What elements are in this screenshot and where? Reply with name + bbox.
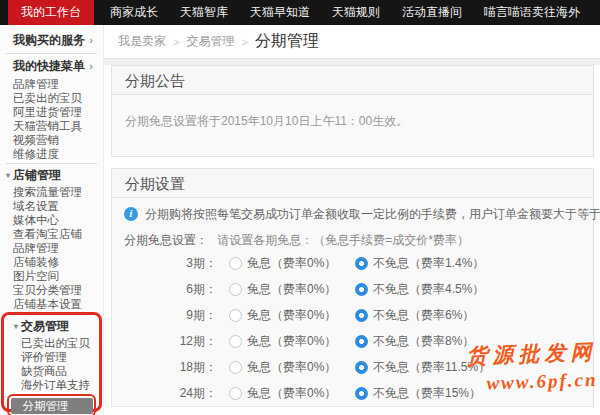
sidebar-section-trade-management[interactable]: ▾交易管理	[4, 317, 99, 336]
radio-option-free-interest[interactable]: 免息（费率0%）	[229, 281, 351, 298]
radio-unselected-icon[interactable]	[229, 309, 242, 322]
settings-notice-text: 分期购将按照每笔交易成功订单金额收取一定比例的手续费，用户订单金额要大于等于60…	[145, 206, 600, 223]
installment-row: 9期： 免息（费率0%） 不免息（费率6%）	[112, 302, 593, 328]
radio-unselected-icon[interactable]	[229, 257, 242, 270]
trade-section-annotation-box: ▾交易管理 已卖出的宝贝 评价管理 缺货商品 海外订单支持 分期管理	[1, 312, 102, 412]
active-item-annotation-box: 分期管理	[7, 394, 96, 415]
radio-option-label: 免息（费率0%）	[247, 385, 336, 402]
radio-unselected-icon[interactable]	[229, 283, 242, 296]
topnav-item[interactable]: 商家成长	[110, 4, 158, 21]
radio-selected-icon[interactable]	[355, 283, 368, 296]
radio-option-label: 免息（费率0%）	[247, 359, 336, 376]
radio-unselected-icon[interactable]	[229, 361, 242, 374]
sidebar-item[interactable]: 阿里进货管理	[0, 105, 103, 119]
topnav-item[interactable]: 天猫早知道	[250, 4, 310, 21]
divider	[6, 53, 97, 54]
radio-unselected-icon[interactable]	[229, 387, 242, 400]
radio-option-free-interest[interactable]: 免息（费率0%）	[229, 333, 351, 350]
topnav-item[interactable]: 天猫智库	[180, 4, 228, 21]
topnav-item[interactable]: 天猫规则	[332, 4, 380, 21]
sidebar-item[interactable]: 品牌管理	[0, 77, 103, 91]
radio-selected-icon[interactable]	[355, 387, 368, 400]
radio-option-free-interest[interactable]: 免息（费率0%）	[229, 255, 351, 272]
topnav-item[interactable]: 喵言喵语	[484, 4, 532, 21]
radio-selected-icon[interactable]	[355, 335, 368, 348]
radio-option-label: 不免息（费率8%）	[373, 333, 474, 350]
sidebar-item[interactable]: 店铺装修	[0, 255, 103, 269]
sidebar-item[interactable]: 图片空间	[0, 269, 103, 283]
sidebar-item-purchased-services[interactable]: 我购买的服务 ›	[0, 30, 103, 51]
radio-option-label: 免息（费率0%）	[247, 307, 336, 324]
breadcrumb-trade-management[interactable]: 交易管理	[186, 33, 234, 50]
period-label: 24期：	[112, 385, 217, 402]
quick-menu-list: 品牌管理 已卖出的宝贝 阿里进货管理 天猫营销工具 视频营销 维修进度	[0, 77, 103, 161]
sidebar-item-installment-management[interactable]: 分期管理	[11, 398, 93, 414]
radio-option-paid-interest[interactable]: 不免息（费率1.4%）	[355, 255, 484, 272]
sidebar-item[interactable]: 宝贝分类管理	[0, 283, 103, 297]
radio-option-label: 免息（费率0%）	[247, 333, 336, 350]
sidebar: 我购买的服务 › 我的快捷菜单 › 品牌管理 已卖出的宝贝 阿里进货管理 天猫营…	[0, 25, 104, 415]
sidebar-item[interactable]: 视频营销	[0, 133, 103, 147]
radio-option-paid-interest[interactable]: 不免息（费率6%）	[355, 307, 474, 324]
divider	[104, 58, 600, 65]
radio-selected-icon[interactable]	[355, 361, 368, 374]
sidebar-item[interactable]: 查看淘宝店铺	[0, 227, 103, 241]
divider	[6, 163, 97, 164]
radio-option-free-interest[interactable]: 免息（费率0%）	[229, 359, 351, 376]
sidebar-item[interactable]: 已卖出的宝贝	[0, 91, 103, 105]
announcement-card: 分期公告 分期免息设置将于2015年10月10日上午11：00生效。	[111, 65, 594, 157]
radio-unselected-icon[interactable]	[229, 335, 242, 348]
radio-option-label: 不免息（费率1.4%）	[373, 255, 484, 272]
installment-row: 6期： 免息（费率0%） 不免息（费率4.5%）	[112, 276, 593, 302]
period-label: 3期：	[112, 255, 217, 272]
radio-option-free-interest[interactable]: 免息（费率0%）	[229, 307, 351, 324]
radio-option-paid-interest[interactable]: 不免息（费率4.5%）	[355, 281, 484, 298]
period-label: 9期：	[112, 307, 217, 324]
sidebar-item[interactable]: 已卖出的宝贝	[4, 336, 99, 350]
sidebar-item[interactable]: 媒体中心	[0, 213, 103, 227]
collapse-icon: ▾	[6, 171, 10, 180]
breadcrumb-seller-home[interactable]: 我是卖家	[118, 33, 166, 50]
sidebar-item[interactable]: 域名设置	[0, 199, 103, 213]
radio-option-label: 不免息（费率6%）	[373, 307, 474, 324]
sidebar-item[interactable]: 天猫营销工具	[0, 119, 103, 133]
radio-option-paid-interest[interactable]: 不免息（费率15%）	[355, 385, 481, 402]
chevron-right-icon: ›	[89, 56, 93, 77]
sidebar-item[interactable]: 搜索流量管理	[0, 185, 103, 199]
sidebar-item[interactable]: 缺货商品	[4, 364, 99, 378]
shop-management-list: 搜索流量管理 域名设置 媒体中心 查看淘宝店铺 品牌管理 店铺装修 图片空间 宝…	[0, 185, 103, 311]
sidebar-item-quick-menu[interactable]: 我的快捷菜单 ›	[0, 56, 103, 77]
announcement-body: 分期免息设置将于2015年10月10日上午11：00生效。	[112, 95, 593, 156]
form-hint: 请设置各期免息：（免息手续费=成交价*费率）	[217, 233, 469, 247]
radio-option-label: 不免息（费率4.5%）	[373, 281, 484, 298]
sidebar-item[interactable]: 评价管理	[4, 350, 99, 364]
collapse-icon: ▾	[14, 322, 18, 331]
page-title: 分期管理	[255, 31, 319, 52]
workbench-button[interactable]: 我的工作台	[8, 0, 94, 25]
topnav-right-item[interactable]: 卖往海外	[532, 4, 583, 21]
info-icon: i	[124, 207, 138, 221]
settings-title: 分期设置	[112, 169, 593, 198]
sidebar-item[interactable]: 品牌管理	[0, 241, 103, 255]
sidebar-item[interactable]: 海外订单支持	[4, 378, 99, 392]
sidebar-link-label: 我的快捷菜单	[13, 56, 85, 77]
period-label: 18期：	[112, 359, 217, 376]
sidebar-item[interactable]: 维修进度	[0, 147, 103, 161]
topnav-item[interactable]: 活动直播间	[402, 4, 462, 21]
radio-option-paid-interest[interactable]: 不免息（费率8%）	[355, 333, 474, 350]
sidebar-section-shop-management[interactable]: ▾店铺管理	[0, 166, 103, 185]
radio-option-label: 免息（费率0%）	[247, 255, 336, 272]
period-label: 12期：	[112, 333, 217, 350]
sidebar-item[interactable]: 店铺基本设置	[0, 297, 103, 311]
chevron-right-icon: ›	[89, 30, 93, 51]
radio-selected-icon[interactable]	[355, 309, 368, 322]
topnav-items: 商家成长 天猫智库 天猫早知道 天猫规则 活动直播间 喵言喵语	[110, 4, 532, 21]
trade-management-list: 已卖出的宝贝 评价管理 缺货商品 海外订单支持	[4, 336, 99, 392]
watermark-line2: www.6pf.cn	[467, 369, 598, 396]
form-label: 分期免息设置：	[124, 233, 208, 247]
radio-option-free-interest[interactable]: 免息（费率0%）	[229, 385, 351, 402]
free-interest-setting-row: 分期免息设置： 请设置各期免息：（免息手续费=成交价*费率）	[112, 224, 593, 248]
radio-option-label: 免息（费率0%）	[247, 281, 336, 298]
topnav-right-items: 卖往海外 商家支持▾ 账号设置	[532, 4, 600, 21]
radio-selected-icon[interactable]	[355, 257, 368, 270]
